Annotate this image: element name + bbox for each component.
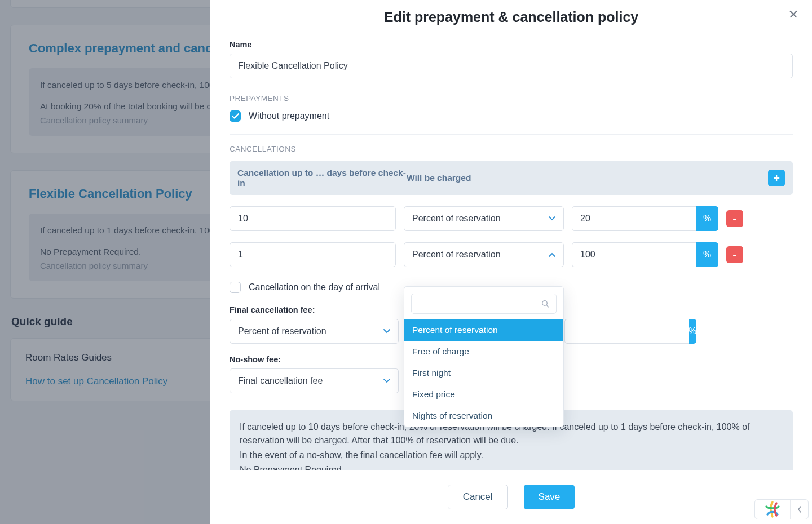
summary-line: In the event of a no-show, the final can… <box>240 448 783 462</box>
col-days-label: Cancellation up to … days before check-i… <box>237 168 407 188</box>
minus-icon: - <box>732 248 736 261</box>
final-fee-type-value: Percent of reservation <box>238 326 326 336</box>
dropdown-search-input[interactable] <box>411 294 557 314</box>
minus-icon: - <box>732 212 736 225</box>
cancel-button[interactable]: Cancel <box>448 485 508 509</box>
save-button[interactable]: Save <box>524 485 575 509</box>
without-prepayment-checkbox[interactable] <box>230 110 241 122</box>
without-prepayment-label: Without prepayment <box>249 111 329 121</box>
policy-name-input[interactable] <box>230 54 793 78</box>
col-charged-label: Will be charged <box>407 173 762 183</box>
charge-type-value: Percent of reservation <box>412 250 501 260</box>
dropdown-option[interactable]: Fixed price <box>404 384 563 405</box>
plus-icon: + <box>773 172 780 185</box>
charge-type-dropdown: Percent of reservation Free of charge Fi… <box>404 286 564 427</box>
dropdown-option[interactable]: First night <box>404 362 563 384</box>
days-input[interactable] <box>230 242 396 267</box>
edit-policy-modal: Edit prepayment & cancellation policy Na… <box>210 0 812 524</box>
chevron-down-icon <box>383 329 390 334</box>
search-icon <box>541 300 549 308</box>
remove-rule-button[interactable]: - <box>726 246 743 263</box>
modal-footer: Cancel Save <box>210 470 812 524</box>
help-widget[interactable] <box>754 499 809 519</box>
divider <box>230 134 793 135</box>
unit-badge: % <box>696 242 718 267</box>
modal-title: Edit prepayment & cancellation policy <box>222 9 801 25</box>
charge-type-select[interactable]: Percent of reservation <box>404 206 564 231</box>
amount-input[interactable] <box>572 206 696 231</box>
noshow-fee-select[interactable]: Final cancellation fee <box>230 368 399 393</box>
name-label: Name <box>230 40 793 49</box>
days-input[interactable] <box>230 206 396 231</box>
cancellation-table-header: Cancellation up to … days before check-i… <box>230 161 793 195</box>
svg-line-1 <box>547 305 549 308</box>
charge-type-select[interactable]: Percent of reservation <box>404 242 564 267</box>
amount-input[interactable] <box>572 242 696 267</box>
unit-badge: % <box>689 319 696 344</box>
widget-toggle[interactable] <box>790 500 808 519</box>
close-icon[interactable] <box>787 8 800 20</box>
add-rule-button[interactable]: + <box>768 170 785 186</box>
arrival-day-checkbox[interactable] <box>230 282 241 293</box>
final-fee-type-select[interactable]: Percent of reservation <box>230 319 399 344</box>
prepayments-heading: PREPAYMENTS <box>230 94 793 103</box>
cancellation-rule-row: Percent of reservation % - <box>230 242 793 267</box>
arrival-day-label: Cancellation on the day of arrival <box>249 282 380 292</box>
charge-type-value: Percent of reservation <box>412 214 501 224</box>
dropdown-option[interactable]: Percent of reservation <box>404 319 563 341</box>
chevron-left-icon <box>797 506 802 513</box>
cancellations-heading: CANCELLATIONS <box>230 145 793 153</box>
unit-badge: % <box>696 206 718 231</box>
summary-line: No Prepayment Required. <box>240 463 783 470</box>
chevron-down-icon <box>383 379 390 383</box>
cancellation-rule-row: Percent of reservation % - <box>230 206 793 231</box>
chevron-up-icon <box>549 252 555 257</box>
final-fee-amount-input[interactable] <box>564 319 689 344</box>
noshow-fee-value: Final cancellation fee <box>238 376 323 386</box>
remove-rule-button[interactable]: - <box>726 210 743 227</box>
dropdown-option[interactable]: Free of charge <box>404 341 563 362</box>
dropdown-option[interactable]: Nights of reservation <box>404 405 563 427</box>
widget-logo-icon <box>755 500 790 519</box>
chevron-down-icon <box>549 216 555 221</box>
